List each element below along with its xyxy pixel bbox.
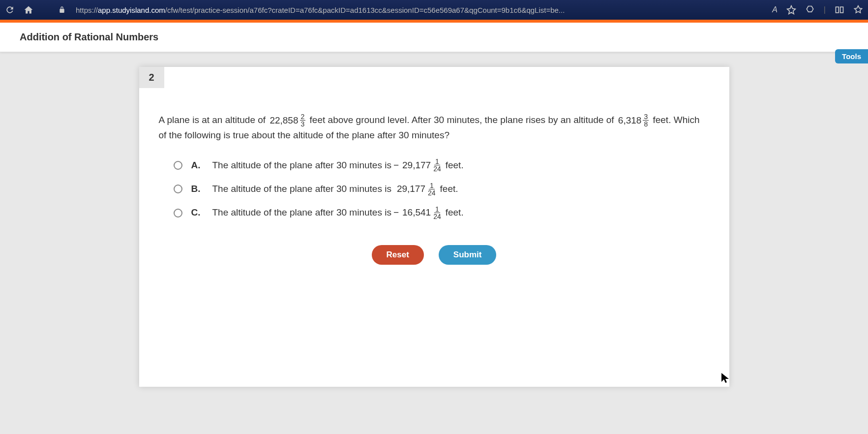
browser-address-bar: https://app.studyisland.com/cfw/test/pra… [0, 0, 868, 20]
option-c[interactable]: C. The altitude of the plane after 30 mi… [174, 205, 710, 220]
page-header: Addition of Rational Numbers [0, 23, 868, 52]
altitude-1-value: 22,858 23 [269, 113, 305, 128]
radio-b[interactable] [174, 185, 182, 193]
altitude-2-value: 6,318 38 [618, 113, 649, 128]
radio-a[interactable] [174, 161, 182, 170]
star-icon[interactable] [786, 5, 796, 15]
mouse-cursor-icon [719, 372, 731, 387]
reset-button[interactable]: Reset [372, 245, 424, 265]
home-icon[interactable] [24, 5, 33, 15]
submit-button[interactable]: Submit [439, 245, 497, 265]
lock-icon[interactable] [57, 5, 67, 15]
radio-c[interactable] [174, 209, 182, 217]
content-area: 2 A plane is at an altitude of 22,858 23… [0, 52, 868, 387]
extensions-icon[interactable] [805, 5, 815, 15]
read-aloud-icon[interactable]: A [772, 5, 778, 14]
page-title: Addition of Rational Numbers [20, 31, 158, 43]
option-b[interactable]: B. The altitude of the plane after 30 mi… [174, 182, 710, 196]
refresh-icon[interactable] [5, 5, 15, 15]
split-screen-icon[interactable] [835, 5, 844, 15]
question-card: 2 A plane is at an altitude of 22,858 23… [139, 67, 729, 387]
option-a[interactable]: A. The altitude of the plane after 30 mi… [174, 158, 710, 173]
tools-button[interactable]: Tools [835, 49, 868, 63]
svg-rect-1 [840, 7, 843, 13]
question-number-tab: 2 [139, 67, 164, 88]
svg-rect-0 [836, 7, 839, 13]
collections-icon[interactable] [853, 5, 863, 15]
question-text: A plane is at an altitude of 22,858 23 f… [159, 113, 710, 143]
url-text[interactable]: https://app.studyisland.com/cfw/test/pra… [76, 6, 763, 14]
action-buttons: Reset Submit [159, 245, 710, 265]
answer-options: A. The altitude of the plane after 30 mi… [174, 158, 710, 220]
